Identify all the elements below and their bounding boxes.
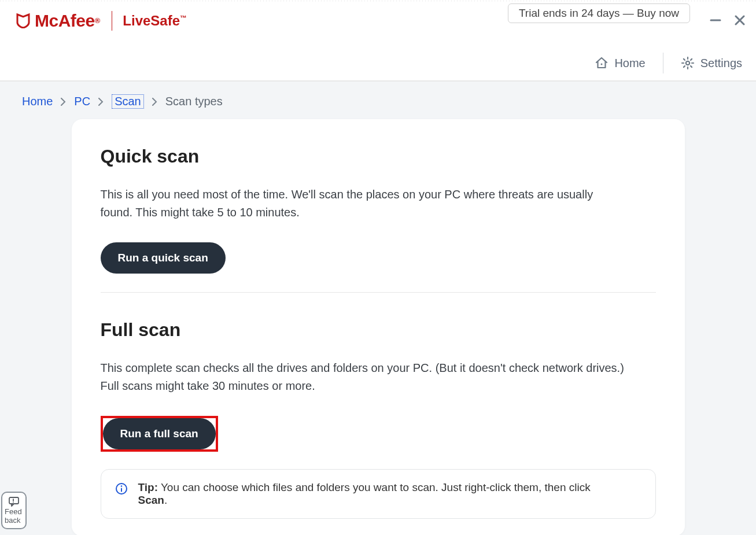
run-quick-scan-button[interactable]: Run a quick scan: [101, 242, 226, 274]
info-icon: [115, 482, 128, 495]
nav-home[interactable]: Home: [595, 56, 645, 70]
nav-home-label: Home: [614, 57, 645, 70]
chevron-right-icon: [98, 98, 104, 106]
home-icon: [595, 56, 609, 70]
brand-divider: [112, 11, 112, 31]
tip-text: Tip: You can choose which files and fold…: [138, 481, 591, 507]
feedback-tab[interactable]: Feed back: [1, 492, 27, 529]
svg-rect-8: [9, 497, 19, 504]
product-name: LiveSafe™: [123, 13, 187, 29]
main-card: Quick scan This is all you need most of …: [72, 119, 685, 535]
trial-status-pill[interactable]: Trial ends in 24 days — Buy now: [508, 3, 690, 23]
svg-point-4: [686, 61, 689, 65]
run-full-scan-button[interactable]: Run a full scan: [103, 418, 216, 449]
mcafee-shield-icon: [16, 13, 30, 28]
gear-icon: [681, 56, 695, 70]
app-header: McAfee® LiveSafe™ Trial ends in 24 days …: [0, 2, 756, 82]
brand-logo: McAfee®: [16, 11, 100, 31]
breadcrumb-home[interactable]: Home: [22, 95, 53, 108]
tip-box: Tip: You can choose which files and fold…: [101, 469, 656, 519]
full-scan-highlight: Run a full scan: [101, 416, 218, 452]
breadcrumb-current: Scan types: [165, 95, 223, 108]
close-button[interactable]: [732, 12, 748, 28]
breadcrumb-pc[interactable]: PC: [74, 95, 90, 108]
chevron-right-icon: [61, 98, 66, 106]
svg-point-6: [120, 485, 122, 487]
svg-point-10: [13, 502, 14, 503]
chevron-right-icon: [152, 98, 157, 106]
brand-registered: ®: [95, 16, 101, 25]
nav-settings[interactable]: Settings: [681, 56, 742, 70]
brand-name: McAfee: [35, 11, 95, 30]
content-area: Home PC Scan Scan types Quick scan This …: [0, 82, 756, 535]
full-scan-description: This complete scan checks all the drives…: [101, 359, 627, 395]
nav-settings-label: Settings: [700, 57, 742, 70]
svg-point-3: [601, 64, 603, 65]
quick-scan-title: Quick scan: [101, 146, 656, 167]
full-scan-title: Full scan: [101, 319, 656, 341]
header-nav: Home Settings: [595, 53, 742, 73]
svg-rect-7: [121, 488, 122, 492]
breadcrumb-scan[interactable]: Scan: [112, 94, 144, 109]
feedback-icon: [8, 496, 20, 507]
minimize-button[interactable]: [707, 12, 724, 28]
nav-divider: [663, 53, 663, 73]
breadcrumb: Home PC Scan Scan types: [0, 82, 756, 119]
quick-scan-description: This is all you need most of the time. W…: [101, 186, 627, 222]
section-divider: [101, 292, 656, 293]
